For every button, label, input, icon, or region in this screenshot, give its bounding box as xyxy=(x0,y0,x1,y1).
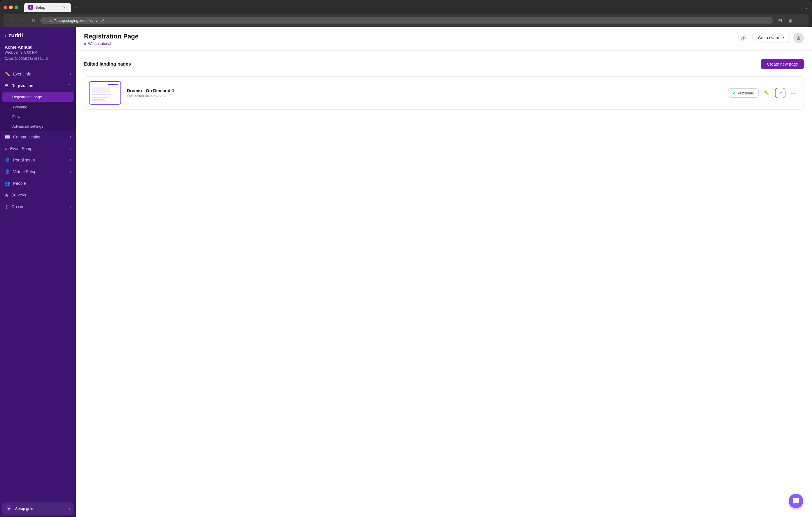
url-text: https://setup.staging.zuddl.io/event/ xyxy=(44,18,104,23)
forward-button[interactable]: → xyxy=(18,16,26,25)
sidebar-item-label: Virtual Setup xyxy=(13,169,36,174)
watch-tutorial-link[interactable]: Watch tutorial xyxy=(84,41,139,46)
sidebar-item-event-info[interactable]: ✏️ Event info › xyxy=(0,68,76,80)
go-to-event-button[interactable]: Go to event ↗ xyxy=(753,33,790,43)
sidebar-back-button[interactable]: ‹ zuddl xyxy=(0,27,76,42)
grid-icon: ≡ xyxy=(5,146,7,151)
watch-tutorial-label: Watch tutorial xyxy=(88,41,111,46)
copy-link-button[interactable]: 🔗 xyxy=(738,33,749,43)
sidebar-item-virtual-setup[interactable]: 👤 Virtual Setup › xyxy=(0,166,76,178)
chevron-down-icon: › xyxy=(70,170,71,174)
svg-point-0 xyxy=(798,36,800,38)
sidebar-item-label: People xyxy=(13,181,26,186)
sidebar-item-label: Registration xyxy=(11,83,33,88)
sidebar-item-surveys[interactable]: ◉ Surveys xyxy=(0,189,76,201)
tutorial-dot-icon xyxy=(84,42,86,45)
more-options-button[interactable]: ⋮ xyxy=(797,16,805,25)
open-page-button[interactable]: ↗ xyxy=(775,88,785,98)
pencil-icon: ✏️ xyxy=(5,71,10,77)
star-icon: ★ xyxy=(6,505,12,512)
extensions-button[interactable]: ⊟ xyxy=(776,16,784,25)
onsite-icon: ◎ xyxy=(5,204,8,209)
sidebar-item-portal-setup[interactable]: 👤 Portal setup › xyxy=(0,154,76,166)
traffic-light-red[interactable] xyxy=(3,5,7,9)
people-icon: 👥 xyxy=(5,181,10,186)
sidebar-item-label: Portal setup xyxy=(13,158,35,162)
event-date: Wed, Jan 3, 6:00 PM xyxy=(5,51,71,55)
registration-submenu: Registration page Ticketing Flow Advance… xyxy=(0,92,76,131)
chevron-down-icon: › xyxy=(70,147,71,151)
section-header: Edited landing pages Create new page xyxy=(84,59,804,69)
link-icon: 🔗 xyxy=(741,35,747,41)
create-new-page-button[interactable]: Create new page xyxy=(761,59,804,69)
back-button[interactable]: ← xyxy=(7,16,15,25)
tab-favicon: Z xyxy=(28,5,33,10)
published-badge: ✓ Published xyxy=(728,88,759,98)
virtual-icon: 👤 xyxy=(5,169,10,174)
active-tab[interactable]: Z Setup ✕ xyxy=(24,3,71,12)
sidebar-item-flow[interactable]: Flow xyxy=(0,112,76,122)
tab-close-button[interactable]: ✕ xyxy=(62,5,67,10)
more-options-button[interactable]: ··· xyxy=(788,88,799,98)
copy-id-button[interactable]: ⧉ xyxy=(46,56,49,61)
refresh-button[interactable]: ↻ xyxy=(29,16,37,25)
chevron-down-icon: › xyxy=(70,72,71,76)
sidebar: ‹ zuddl Acme Annual Wed, Jan 3, 6:00 PM … xyxy=(0,27,76,517)
thumb-line-3 xyxy=(92,99,105,100)
sidebar-item-communication[interactable]: ✉️ Communication › xyxy=(0,131,76,143)
portal-icon: 👤 xyxy=(5,157,10,163)
page-thumbnail xyxy=(89,81,121,104)
chevron-down-icon: › xyxy=(70,181,71,185)
sidebar-item-label: On-site xyxy=(11,204,25,209)
expand-button[interactable]: ⌄ xyxy=(805,5,809,10)
list-icon: ☰ xyxy=(5,83,8,88)
surveys-icon: ◉ xyxy=(5,192,8,197)
sidebar-item-registration-page[interactable]: Registration page xyxy=(2,92,74,102)
go-to-event-label: Go to event xyxy=(758,35,779,40)
sidebar-item-on-site[interactable]: ◎ On-site › xyxy=(0,201,76,212)
page-info: Dremio - On Demand-1 Last edited on 27/1… xyxy=(127,88,722,98)
external-link-icon: ↗ xyxy=(781,35,784,40)
sidebar-item-label: Event info xyxy=(13,72,31,77)
setup-guide-label: Setup guide xyxy=(15,507,35,511)
page-last-edited: Last edited on 27/12/2023 xyxy=(127,94,722,98)
page-body: Edited landing pages Create new page Dre… xyxy=(76,51,812,517)
email-icon: ✉️ xyxy=(5,134,10,140)
chat-support-button[interactable] xyxy=(789,494,803,508)
sidebar-item-advanced-settings[interactable]: Advanced settings xyxy=(0,122,76,131)
new-tab-button[interactable]: + xyxy=(72,3,80,11)
page-header: Registration Page Watch tutorial 🔗 Go to… xyxy=(76,27,812,51)
external-link-icon: ↗ xyxy=(779,90,782,96)
sidebar-navigation: ✏️ Event info › ☰ Registration ⌃ Registr… xyxy=(0,66,76,500)
event-id: Event ID: 220d673a-0859... ⧉ xyxy=(5,56,71,61)
setup-guide-chevron-icon: › xyxy=(69,507,70,511)
address-bar[interactable]: https://setup.staging.zuddl.io/event/ xyxy=(40,17,773,24)
main-content: Registration Page Watch tutorial 🔗 Go to… xyxy=(76,27,812,517)
back-arrow-icon: ‹ xyxy=(5,33,6,38)
edit-icon: ✏️ xyxy=(764,90,770,96)
ellipsis-icon: ··· xyxy=(791,90,796,96)
traffic-light-yellow[interactable] xyxy=(9,5,13,9)
sidebar-item-ticketing[interactable]: Ticketing xyxy=(0,102,76,112)
sidebar-item-people[interactable]: 👥 People › xyxy=(0,178,76,189)
event-name: Acme Annual xyxy=(5,44,71,50)
chevron-down-icon: › xyxy=(70,158,71,162)
chevron-down-icon: › xyxy=(70,205,71,209)
sidebar-item-label: Communication xyxy=(13,134,41,139)
event-info-block: Acme Annual Wed, Jan 3, 6:00 PM Event ID… xyxy=(0,42,76,66)
chevron-down-icon: › xyxy=(70,135,71,139)
setup-guide-button[interactable]: ★ Setup guide › xyxy=(2,503,74,515)
check-icon: ✓ xyxy=(732,91,736,95)
tab-label: Setup xyxy=(35,5,45,10)
user-avatar-button[interactable] xyxy=(793,33,804,43)
page-card: Dremio - On Demand-1 Last edited on 27/1… xyxy=(84,77,804,110)
sidebar-item-registration[interactable]: ☰ Registration ⌃ xyxy=(0,80,76,92)
published-label: Published xyxy=(737,91,754,95)
traffic-light-green[interactable] xyxy=(14,5,18,9)
chevron-up-icon: ⌃ xyxy=(68,84,71,88)
profile-button[interactable]: ◉ xyxy=(786,16,794,25)
section-title: Edited landing pages xyxy=(84,61,131,67)
sidebar-item-event-setup[interactable]: ≡ Event Setup › xyxy=(0,143,76,154)
edit-page-button[interactable]: ✏️ xyxy=(761,88,772,98)
page-title: Registration Page xyxy=(84,33,139,40)
